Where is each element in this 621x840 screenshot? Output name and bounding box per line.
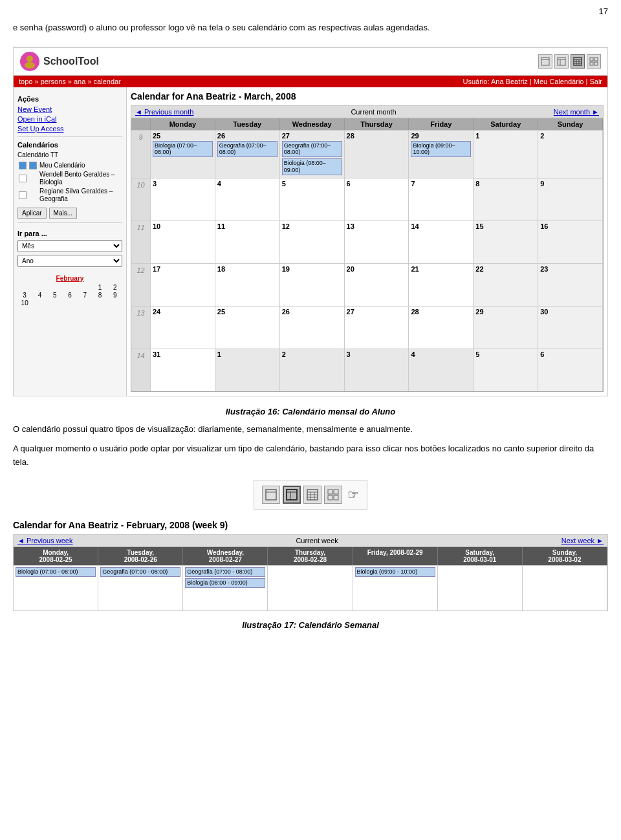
day-23-mar[interactable]: 23 — [538, 264, 603, 306]
day-4-apr[interactable]: 4 — [409, 349, 474, 391]
week-event-bio-mon[interactable]: Biologia (07:00 - 08:00) — [16, 567, 96, 577]
day-11-mar[interactable]: 11 — [215, 221, 280, 263]
event-bio-27[interactable]: Biologia (08:00– 09:00) — [282, 158, 342, 175]
week-cell-fri[interactable]: Biologia (09:00 - 10:00) — [353, 565, 438, 610]
mini-day-1[interactable]: 1 — [93, 284, 107, 291]
day-8-mar[interactable]: 8 — [474, 178, 538, 221]
day-12-mar[interactable]: 12 — [280, 221, 345, 263]
svg-point-0 — [27, 56, 33, 62]
app-header: SchoolTool — [14, 48, 607, 76]
day-4-mar[interactable]: 4 — [215, 178, 280, 221]
day-22-mar[interactable]: 22 — [474, 264, 538, 306]
day-15-mar[interactable]: 15 — [474, 221, 538, 263]
daily-view-btn[interactable] — [538, 54, 552, 69]
mini-day-4[interactable]: 4 — [32, 292, 47, 299]
open-ical-link[interactable]: Open in iCal — [17, 115, 122, 123]
mini-day-5[interactable]: 5 — [48, 292, 62, 299]
week-fri-header: Friday, 2008-02-29 — [353, 547, 438, 565]
week-nav: ◄ Previous week Current week Next week ► — [14, 535, 607, 547]
event-bio-25[interactable]: Biologia (07:00– 08:00) — [153, 141, 213, 158]
next-month-btn[interactable]: Next month ► — [554, 108, 599, 116]
prev-week-btn[interactable]: ◄ Previous week — [17, 537, 72, 544]
month-select[interactable]: Mês — [17, 240, 122, 252]
day-3-mar[interactable]: 3 — [151, 178, 215, 221]
cal-checkbox-3[interactable] — [19, 191, 27, 199]
monthly-view-btn[interactable] — [571, 54, 585, 69]
svg-rect-16 — [594, 62, 598, 65]
day-7-mar[interactable]: 7 — [409, 178, 474, 221]
new-event-link[interactable]: New Event — [17, 105, 122, 113]
mini-day-10[interactable]: 10 — [17, 299, 32, 307]
cal-checkbox-1b[interactable] — [29, 162, 37, 169]
set-up-access-link[interactable]: Set Up Access — [17, 125, 122, 133]
yearly-view-btn[interactable] — [587, 54, 601, 69]
day-9-mar[interactable]: 9 — [538, 178, 603, 221]
week-cell-sat[interactable] — [438, 565, 523, 610]
more-btn[interactable]: Mais... — [49, 208, 77, 219]
current-week-label: Current week — [296, 537, 338, 544]
mini-day-3[interactable]: 3 — [17, 292, 32, 299]
day-28-feb[interactable]: 28 — [345, 131, 409, 178]
day-25-feb[interactable]: 25 Biologia (07:00– 08:00) — [151, 131, 215, 178]
apply-btn[interactable]: Aplicar — [17, 208, 47, 219]
mini-day-6[interactable]: 6 — [63, 292, 77, 299]
week-cell-tue[interactable]: Geografia (07:00 - 08:00) — [98, 565, 183, 610]
weekly-view-btn[interactable] — [554, 54, 569, 69]
day-30-mar[interactable]: 30 — [538, 307, 603, 349]
week-event-bio-wed[interactable]: Biologia (08:00 - 09:00) — [185, 578, 265, 588]
day-14-mar[interactable]: 14 — [409, 221, 474, 263]
day-2-mar[interactable]: 2 — [538, 131, 603, 178]
day-5-apr[interactable]: 5 — [474, 349, 538, 391]
mini-day-2[interactable]: 2 — [108, 284, 122, 291]
week-cell-sun[interactable] — [523, 565, 607, 610]
day-27-feb[interactable]: 27 Geografia (07:00– 08:00) Biologia (08… — [280, 131, 345, 178]
day-18-mar[interactable]: 18 — [215, 264, 280, 306]
week-event-geo-tue[interactable]: Geografia (07:00 - 08:00) — [100, 567, 180, 577]
view-icon-weekly[interactable] — [283, 486, 301, 504]
page-number: 17 — [13, 6, 608, 16]
day-5-mar[interactable]: 5 — [280, 178, 345, 221]
event-geo-27[interactable]: Geografia (07:00– 08:00) — [282, 141, 342, 158]
day-26-mar[interactable]: 26 — [280, 307, 345, 349]
next-week-btn[interactable]: Next week ► — [561, 537, 604, 544]
day-10-mar[interactable]: 10 — [151, 221, 215, 263]
view-icon-daily[interactable] — [262, 486, 280, 504]
day-6-apr[interactable]: 6 — [538, 349, 603, 391]
day-13-mar[interactable]: 13 — [345, 221, 409, 263]
day-1-mar[interactable]: 1 — [474, 131, 538, 178]
view-icon-monthly[interactable] — [303, 486, 321, 504]
event-geo-26[interactable]: Geografia (07:00– 08:00) — [217, 141, 278, 158]
event-bio-29[interactable]: Biologia (09:00– 10:00) — [411, 141, 471, 158]
day-20-mar[interactable]: 20 — [345, 264, 409, 306]
day-17-mar[interactable]: 17 — [151, 264, 215, 306]
year-select[interactable]: Ano — [17, 255, 122, 267]
day-21-mar[interactable]: 21 — [409, 264, 474, 306]
day-24-mar[interactable]: 24 — [151, 307, 215, 349]
day-28-mar[interactable]: 28 — [409, 307, 474, 349]
day-3-apr[interactable]: 3 — [345, 349, 409, 391]
day-31-mar[interactable]: 31 — [151, 349, 215, 391]
week-event-bio-fri[interactable]: Biologia (09:00 - 10:00) — [355, 567, 435, 577]
mini-day-9[interactable]: 9 — [108, 292, 122, 299]
day-29-mar[interactable]: 29 — [474, 307, 538, 349]
cal-checkbox-1[interactable] — [19, 162, 27, 169]
week-cell-mon[interactable]: Biologia (07:00 - 08:00) — [14, 565, 98, 610]
cal-checkbox-2[interactable] — [19, 175, 27, 182]
day-29-feb[interactable]: 29 Biologia (09:00– 10:00) — [409, 131, 474, 178]
day-16-mar[interactable]: 16 — [538, 221, 603, 263]
week-cell-wed[interactable]: Geografia (07:00 - 08:00) Biologia (08:0… — [183, 565, 268, 610]
breadcrumb-bar: topo » persons » ana » calendar Usuário:… — [14, 76, 607, 87]
day-6-mar[interactable]: 6 — [345, 178, 409, 221]
week-cell-thu[interactable] — [268, 565, 353, 610]
day-26-feb[interactable]: 26 Geografia (07:00– 08:00) — [215, 131, 280, 178]
mini-day-8[interactable]: 8 — [93, 292, 107, 299]
day-19-mar[interactable]: 19 — [280, 264, 345, 306]
day-1-apr[interactable]: 1 — [215, 349, 280, 391]
prev-month-btn[interactable]: ◄ Previous month — [135, 108, 193, 116]
mini-day-7[interactable]: 7 — [78, 292, 92, 299]
week-event-geo-wed[interactable]: Geografia (07:00 - 08:00) — [185, 567, 265, 577]
day-27-mar[interactable]: 27 — [345, 307, 409, 349]
day-2-apr[interactable]: 2 — [280, 349, 345, 391]
day-25-mar[interactable]: 25 — [215, 307, 280, 349]
view-icon-yearly[interactable] — [324, 486, 342, 504]
